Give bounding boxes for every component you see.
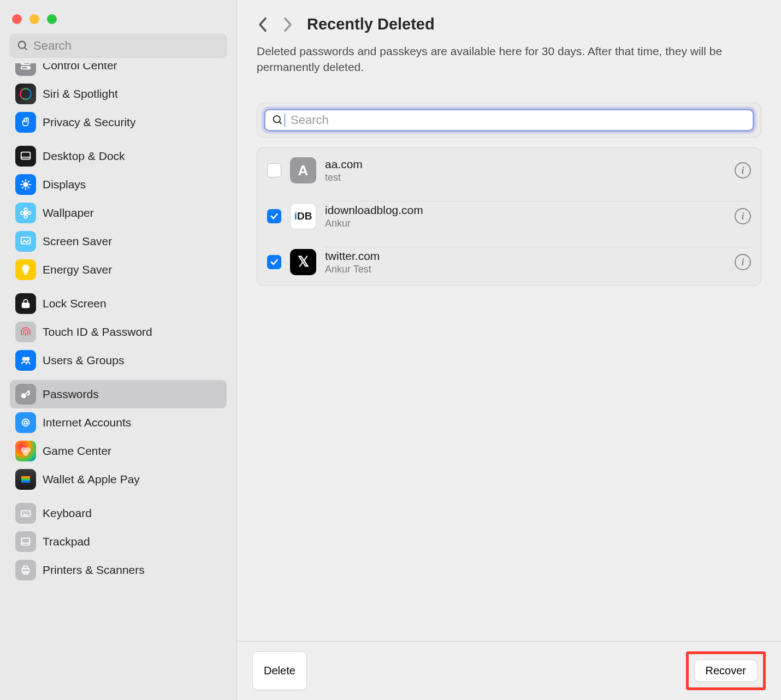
header: Recently Deleted xyxy=(237,0,781,38)
screensaver-icon xyxy=(15,231,36,252)
sidebar-item-label: Energy Saver xyxy=(43,263,112,276)
svg-line-46 xyxy=(279,121,281,123)
printer-icon xyxy=(15,560,36,580)
minimize-window-button[interactable] xyxy=(29,14,39,24)
back-button[interactable] xyxy=(257,16,269,33)
svg-rect-34 xyxy=(21,480,30,483)
users-icon xyxy=(15,350,36,371)
sidebar-item-users-groups[interactable]: Users & Groups xyxy=(10,346,227,375)
sidebar-item-label: Touch ID & Password xyxy=(43,325,152,339)
svg-point-9 xyxy=(23,182,27,186)
password-row[interactable]: Aaa.comtesti xyxy=(257,148,761,193)
sidebar-item-energy-saver[interactable]: Energy Saver xyxy=(10,256,227,284)
svg-rect-33 xyxy=(21,478,30,480)
fingerprint-icon xyxy=(15,322,36,342)
site-icon: iDB xyxy=(290,203,316,229)
sidebar-list: Control CenterSiri & SpotlightPrivacy & … xyxy=(0,63,236,584)
footer-bar: Delete Recover xyxy=(237,641,781,700)
sidebar: Control CenterSiri & SpotlightPrivacy & … xyxy=(0,0,237,700)
svg-point-21 xyxy=(21,211,24,215)
sidebar-item-privacy-security[interactable]: Privacy & Security xyxy=(10,108,227,137)
sidebar-item-label: Users & Groups xyxy=(43,354,124,367)
password-row[interactable]: iDBidownloadblog.comAnkuri xyxy=(257,193,761,239)
sidebar-item-label: Lock Screen xyxy=(43,297,106,310)
password-list: Aaa.comtestiiDBidownloadblog.comAnkuri𝕏t… xyxy=(257,147,761,286)
at-icon xyxy=(15,412,36,433)
sidebar-item-label: Printers & Scanners xyxy=(43,563,145,577)
sidebar-item-label: Internet Accounts xyxy=(43,416,131,429)
gamecenter-icon xyxy=(15,441,36,461)
window-controls xyxy=(0,4,236,34)
siri-icon xyxy=(15,84,36,104)
sidebar-search-input[interactable] xyxy=(33,39,220,53)
sidebar-item-label: Displays xyxy=(43,178,86,191)
sidebar-item-screen-saver[interactable]: Screen Saver xyxy=(10,227,227,256)
svg-point-0 xyxy=(19,41,26,49)
lock-icon xyxy=(15,293,36,314)
svg-point-25 xyxy=(23,358,26,361)
bulb-icon xyxy=(15,259,36,280)
row-checkbox[interactable] xyxy=(267,209,281,223)
recover-button[interactable]: Recover xyxy=(694,660,758,682)
sidebar-item-label: Passwords xyxy=(43,388,99,401)
forward-button[interactable] xyxy=(282,16,294,33)
sidebar-item-label: Wallpaper xyxy=(43,206,94,220)
sidebar-item-wallet-apple-pay[interactable]: Wallet & Apple Pay xyxy=(10,465,227,494)
sidebar-item-passwords[interactable]: Passwords xyxy=(10,380,227,408)
flower-icon xyxy=(15,203,36,223)
sidebar-item-internet-accounts[interactable]: Internet Accounts xyxy=(10,408,227,437)
info-button[interactable]: i xyxy=(735,254,751,270)
svg-point-22 xyxy=(28,211,31,215)
sidebar-item-keyboard[interactable]: Keyboard xyxy=(10,499,227,527)
svg-rect-7 xyxy=(21,152,31,159)
svg-rect-40 xyxy=(22,538,30,545)
search-icon xyxy=(17,40,29,52)
fullscreen-window-button[interactable] xyxy=(47,14,57,24)
password-search-container xyxy=(257,103,761,138)
svg-point-6 xyxy=(20,88,31,99)
sidebar-item-desktop-dock[interactable]: Desktop & Dock xyxy=(10,142,227,170)
sidebar-item-label: Trackpad xyxy=(43,535,90,548)
delete-button[interactable]: Delete xyxy=(252,651,307,690)
wallet-icon xyxy=(15,469,36,490)
svg-line-1 xyxy=(25,48,27,50)
sidebar-item-label: Game Center xyxy=(43,444,111,458)
page-title: Recently Deleted xyxy=(307,15,435,33)
sidebar-item-displays[interactable]: Displays xyxy=(10,170,227,199)
row-checkbox[interactable] xyxy=(267,163,281,177)
row-checkbox[interactable] xyxy=(267,255,281,269)
password-search-input[interactable] xyxy=(291,113,746,127)
sidebar-search[interactable] xyxy=(10,34,227,58)
key-icon xyxy=(15,384,36,405)
sidebar-item-lock-screen[interactable]: Lock Screen xyxy=(10,289,227,318)
sidebar-item-game-center[interactable]: Game Center xyxy=(10,437,227,465)
sidebar-item-siri-spotlight[interactable]: Siri & Spotlight xyxy=(10,80,227,108)
row-site: idownloadblog.com xyxy=(325,204,735,217)
password-row[interactable]: 𝕏twitter.comAnkur Testi xyxy=(257,239,761,285)
sidebar-item-touch-id-password[interactable]: Touch ID & Password xyxy=(10,318,227,346)
page-description: Deleted passwords and passkeys are avail… xyxy=(237,38,781,84)
sidebar-item-trackpad[interactable]: Trackpad xyxy=(10,527,227,556)
brightness-icon xyxy=(15,174,36,195)
sidebar-item-wallpaper[interactable]: Wallpaper xyxy=(10,199,227,227)
sidebar-item-label: Privacy & Security xyxy=(43,116,135,129)
keyboard-icon xyxy=(15,503,36,524)
sidebar-item-printers-scanners[interactable]: Printers & Scanners xyxy=(10,556,227,584)
row-site: twitter.com xyxy=(325,250,735,263)
svg-line-16 xyxy=(22,187,23,188)
dock-icon xyxy=(15,146,36,167)
info-button[interactable]: i xyxy=(735,162,751,179)
svg-point-26 xyxy=(26,358,29,361)
info-button[interactable]: i xyxy=(735,208,751,224)
svg-line-17 xyxy=(28,181,29,182)
svg-point-31 xyxy=(23,450,28,456)
site-icon: A xyxy=(290,157,316,183)
close-window-button[interactable] xyxy=(12,14,22,24)
password-search[interactable] xyxy=(264,109,754,132)
sidebar-item-control-center[interactable]: Control Center xyxy=(10,63,227,80)
recover-highlight: Recover xyxy=(686,651,766,690)
svg-point-18 xyxy=(24,211,27,215)
sidebar-item-label: Wallet & Apple Pay xyxy=(43,473,140,486)
svg-rect-35 xyxy=(21,511,31,516)
sidebar-item-label: Siri & Spotlight xyxy=(43,87,118,100)
